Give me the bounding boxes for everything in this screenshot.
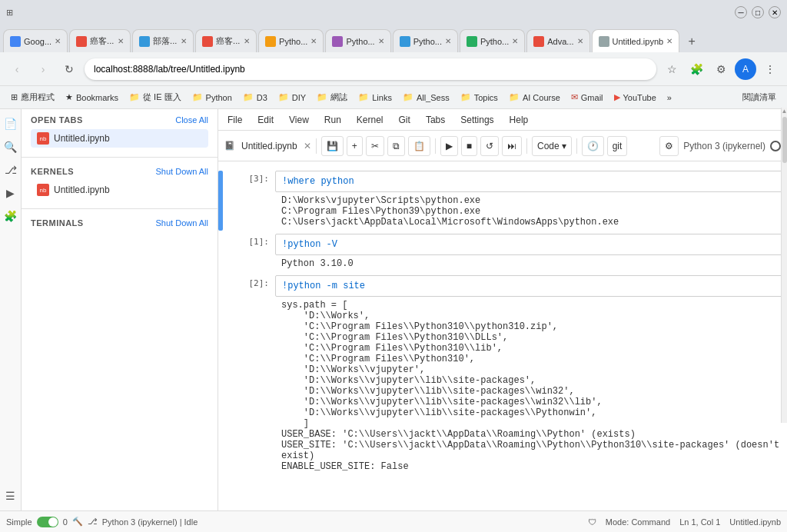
tab-python2[interactable]: Pytho... ✕	[325, 29, 390, 52]
menu-view[interactable]: View	[286, 113, 312, 127]
tab-untitled[interactable]: Untitled.ipynb ✕	[592, 29, 680, 52]
toggle-switch[interactable]	[37, 517, 58, 527]
add-cell-button[interactable]: +	[347, 136, 363, 156]
close-button[interactable]: ✕	[769, 6, 781, 18]
bookmark-diy-label: DIY	[292, 93, 306, 102]
mode-toggle[interactable]	[37, 517, 58, 527]
copy-button[interactable]: ⧉	[387, 136, 405, 156]
stop-button[interactable]: ■	[461, 136, 477, 156]
tab-close-3[interactable]: ✕	[181, 37, 187, 45]
menu-tabs[interactable]: Tabs	[423, 113, 448, 127]
bookmark-d3[interactable]: 📁 D3	[238, 90, 272, 105]
menu-settings[interactable]: Settings	[457, 113, 496, 127]
bookmark-aicourse[interactable]: 📁 AI Course	[504, 90, 565, 105]
menu-edit[interactable]: Edit	[254, 113, 277, 127]
bookmark-diy[interactable]: 📁 DIY	[274, 90, 310, 105]
reading-list-button[interactable]: 閱讀清單	[738, 89, 781, 105]
bookmark-youtube[interactable]: ▶ YouTube	[609, 90, 661, 105]
menu-file[interactable]: File	[224, 113, 245, 127]
fastforward-button[interactable]: ⏭	[502, 136, 522, 156]
menu-help[interactable]: Help	[506, 113, 532, 127]
tab-4[interactable]: 癌客... ✕	[195, 29, 257, 52]
cell-2: [2]: !python -m site sys.path = [ 'D:\\W…	[218, 275, 787, 475]
reload-button[interactable]: ↻	[58, 58, 80, 80]
status-bar: Simple 0 🔨 ⎇ Python 3 (ipykernel) | Idle…	[0, 510, 787, 532]
tab-close-py2[interactable]: ✕	[378, 37, 384, 45]
bookmark-allsess[interactable]: 📁 All_Sess	[398, 90, 454, 105]
sidebar-icon-search[interactable]: 🔍	[2, 138, 19, 155]
sidebar-icon-extensions[interactable]: 🧩	[2, 208, 19, 224]
notebook-close-tab[interactable]: ✕	[304, 141, 311, 151]
sidebar-icon-git[interactable]: ⎇	[2, 161, 19, 178]
bookmark-links[interactable]: 📁 Links	[354, 90, 397, 105]
tab-close-untitled[interactable]: ✕	[666, 37, 672, 45]
shut-down-all-kernels-button[interactable]: Shut Down All	[156, 167, 208, 176]
cell-input-2[interactable]: !python -m site	[275, 275, 787, 297]
back-button[interactable]: ‹	[6, 58, 28, 80]
notebook-scroll-thumb[interactable]	[782, 117, 787, 163]
clock-button[interactable]: 🕐	[582, 136, 604, 156]
bookmark-ie[interactable]: 📁 從 IE 匯入	[125, 89, 186, 105]
cell-type-select[interactable]: Code ▾	[532, 136, 572, 156]
tab-3[interactable]: 部落... ✕	[132, 29, 194, 52]
tab-close-google[interactable]: ✕	[55, 37, 61, 45]
sidebar-icon-settings[interactable]: ☰	[2, 487, 19, 504]
bookmark-apps-label: 應用程式	[21, 91, 55, 103]
open-tab-untitled[interactable]: nb Untitled.ipynb	[31, 129, 208, 148]
tab-python4[interactable]: Pytho... ✕	[460, 29, 525, 52]
tab-python3[interactable]: Pytho... ✕	[393, 29, 458, 52]
tab-close-py3[interactable]: ✕	[445, 37, 451, 45]
bookmark-python[interactable]: 📁 Python	[188, 90, 237, 105]
save-button[interactable]: 💾	[321, 136, 344, 156]
tab-favicon	[76, 36, 87, 47]
bookmark-apps[interactable]: ⊞ 應用程式	[6, 89, 59, 105]
cut-button[interactable]: ✂	[366, 136, 384, 156]
menu-git[interactable]: Git	[396, 113, 413, 127]
tab-close-py4[interactable]: ✕	[512, 37, 518, 45]
extensions-icon[interactable]: 🧩	[686, 58, 707, 80]
tab-close-py1[interactable]: ✕	[310, 37, 317, 45]
restart-button[interactable]: ↺	[480, 136, 499, 156]
notebook-scrollbar[interactable]	[781, 115, 787, 423]
tab-adva[interactable]: Adva... ✕	[526, 29, 589, 52]
settings-icon[interactable]: ⚙	[710, 58, 732, 80]
git-button[interactable]: git	[607, 136, 628, 156]
bookmark-links-label: Links	[372, 93, 392, 102]
status-left: Simple 0 🔨 ⎇ Python 3 (ipykernel) | Idle	[6, 517, 198, 527]
tab-close-4[interactable]: ✕	[244, 37, 250, 45]
tab-google[interactable]: Goog... ✕	[3, 29, 68, 52]
bookmark-gmail[interactable]: ✉ Gmail	[566, 90, 608, 105]
bookmark-bookmarks[interactable]: ★ Bookmarks	[61, 90, 123, 105]
kernel-untitled[interactable]: nb Untitled.ipynb	[31, 181, 208, 199]
paste-button[interactable]: 📋	[408, 136, 430, 156]
bookmark-topics[interactable]: 📁 Topics	[456, 90, 503, 105]
tab-favicon	[533, 36, 544, 47]
kernel-settings-button[interactable]: ⚙	[659, 136, 679, 156]
minimize-button[interactable]: ─	[735, 6, 747, 18]
maximize-button[interactable]: □	[752, 6, 764, 18]
window-controls[interactable]: ─ □ ✕	[735, 6, 781, 18]
shut-down-all-terminals-button[interactable]: Shut Down All	[156, 218, 208, 228]
menu-kernel[interactable]: Kernel	[354, 113, 387, 127]
new-tab-button[interactable]: +	[681, 31, 702, 52]
tab-close-adva[interactable]: ✕	[577, 37, 583, 45]
sidebar-icon-run[interactable]: ▶	[2, 185, 19, 201]
menu-icon[interactable]: ⋮	[759, 58, 781, 80]
tab-close-2[interactable]: ✕	[118, 37, 124, 45]
tab-python1[interactable]: Pytho... ✕	[258, 29, 324, 52]
bookmark-star-icon[interactable]: ☆	[661, 58, 682, 80]
address-input[interactable]	[85, 58, 656, 80]
cell-input-1[interactable]: !python -V	[275, 234, 787, 255]
cell-input-3[interactable]: !where python	[275, 171, 787, 192]
apps-icon: ⊞	[11, 92, 18, 102]
forward-button[interactable]: ›	[32, 58, 54, 80]
bookmark-more[interactable]: »	[662, 91, 676, 105]
menu-run[interactable]: Run	[321, 113, 344, 127]
sidebar-icon-files[interactable]: 📄	[2, 115, 19, 132]
profile-icon[interactable]: A	[735, 58, 756, 80]
bookmark-blog[interactable]: 📁 網誌	[312, 89, 352, 105]
close-all-button[interactable]: Close All	[175, 115, 208, 125]
kernel-info: ⚙ Python 3 (ipykernel)	[659, 136, 781, 156]
run-button[interactable]: ▶	[440, 136, 458, 156]
tab-2[interactable]: 癌客... ✕	[69, 29, 131, 52]
